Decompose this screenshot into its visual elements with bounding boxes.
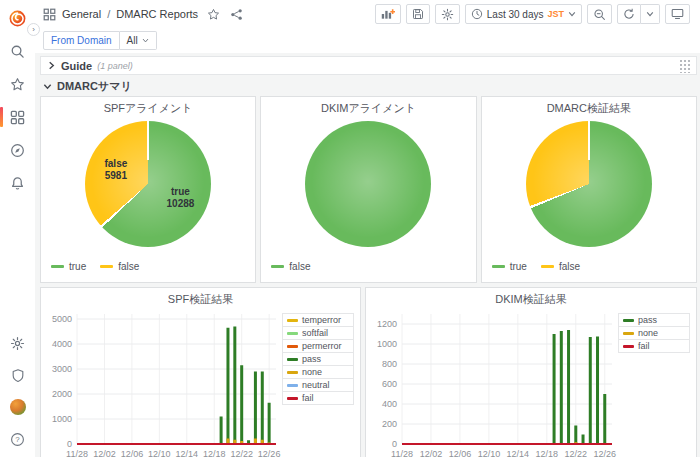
legend-item[interactable]: neutral bbox=[282, 378, 354, 392]
pie-slice-area[interactable] bbox=[526, 121, 652, 247]
legend-item[interactable]: false bbox=[271, 261, 310, 272]
spf-timeseries-chart[interactable]: 01000200030004000500011/2812/0212/0612/1… bbox=[43, 306, 282, 457]
time-range-picker[interactable]: Last 30 days JST bbox=[465, 4, 582, 24]
panel-title[interactable]: SPFアライメント bbox=[41, 97, 255, 115]
help-icon[interactable]: ? bbox=[4, 427, 32, 451]
chevron-right-icon bbox=[47, 61, 56, 70]
svg-text:?: ? bbox=[15, 435, 20, 444]
svg-text:0: 0 bbox=[392, 439, 397, 449]
panel-title[interactable]: DMARC検証結果 bbox=[482, 97, 696, 115]
pie-chart[interactable] bbox=[482, 115, 696, 253]
explore-compass-icon[interactable] bbox=[4, 138, 32, 162]
svg-text:200: 200 bbox=[382, 419, 397, 429]
pie-chart[interactable]: true10288false5981 bbox=[41, 115, 255, 253]
legend-item[interactable]: pass bbox=[282, 352, 354, 366]
pie-legend: false bbox=[261, 253, 475, 272]
svg-text:1200: 1200 bbox=[377, 319, 397, 329]
svg-text:12/14: 12/14 bbox=[507, 449, 530, 457]
chevron-down-icon bbox=[568, 10, 576, 18]
row-dmarc-summary[interactable]: DMARCサマリ bbox=[40, 77, 697, 95]
refresh-button[interactable] bbox=[617, 4, 641, 24]
dashboard-navbar: General / DMARC Reports bbox=[35, 0, 700, 28]
cycle-view-mode-button[interactable] bbox=[665, 4, 690, 24]
row-guide[interactable]: Guide (1 panel) bbox=[40, 56, 697, 75]
refresh-interval-dropdown[interactable] bbox=[641, 4, 660, 24]
panel-dkim-result: DKIM検証結果 02004006008001000120011/2812/02… bbox=[365, 287, 697, 457]
svg-text:11/28: 11/28 bbox=[66, 449, 88, 457]
zoom-out-time-button[interactable] bbox=[587, 4, 612, 24]
panel-dmarc-result: DMARC検証結果 truefalse bbox=[481, 96, 697, 283]
alerting-bell-icon[interactable] bbox=[4, 171, 32, 195]
user-avatar[interactable] bbox=[4, 395, 32, 419]
legend-item[interactable]: none bbox=[282, 365, 354, 379]
dashboard-title[interactable]: DMARC Reports bbox=[116, 8, 198, 20]
configuration-gear-icon[interactable] bbox=[4, 331, 32, 355]
pie-chart[interactable] bbox=[261, 115, 475, 253]
pie-slice-label: true10288 bbox=[167, 186, 195, 210]
pie-slice-label: false5981 bbox=[104, 158, 127, 182]
svg-text:5000: 5000 bbox=[52, 314, 72, 324]
legend-item[interactable]: fail bbox=[618, 339, 690, 353]
time-range-label: Last 30 days bbox=[487, 9, 544, 20]
search-icon[interactable] bbox=[4, 39, 32, 63]
variable-value-dropdown[interactable]: All bbox=[120, 31, 157, 50]
graph-panels-row: SPF検証結果 01000200030004000500011/2812/021… bbox=[40, 287, 697, 457]
pie-panels-row: SPFアライメント true10288false5981 truefalse D… bbox=[40, 96, 697, 283]
legend-item[interactable]: pass bbox=[618, 313, 690, 327]
legend-item[interactable]: false bbox=[541, 261, 580, 272]
panel-title[interactable]: DKIMアライメント bbox=[261, 97, 475, 115]
svg-text:12/02: 12/02 bbox=[420, 449, 443, 457]
svg-text:11/28: 11/28 bbox=[391, 449, 413, 457]
panel-spf-alignment: SPFアライメント true10288false5981 truefalse bbox=[40, 96, 256, 283]
legend-item[interactable]: true bbox=[51, 261, 86, 272]
dkim-timeseries-chart[interactable]: 02004006008001000120011/2812/0212/0612/1… bbox=[368, 306, 618, 457]
starred-icon[interactable] bbox=[4, 72, 32, 96]
favorite-star-icon[interactable] bbox=[207, 8, 220, 21]
clock-icon bbox=[471, 8, 483, 20]
svg-text:12/18: 12/18 bbox=[203, 449, 226, 457]
svg-text:12/14: 12/14 bbox=[176, 449, 199, 457]
legend-item[interactable]: fail bbox=[282, 391, 354, 405]
sidebar-item-dashboards[interactable] bbox=[4, 105, 32, 129]
pie-slice-area[interactable] bbox=[305, 121, 431, 247]
panel-dkim-alignment: DKIMアライメント false bbox=[260, 96, 476, 283]
grafana-app: ? › General / DMARC Reports bbox=[0, 0, 700, 457]
svg-text:12/22: 12/22 bbox=[565, 449, 588, 457]
main-area: General / DMARC Reports bbox=[35, 0, 700, 457]
variable-label[interactable]: From Domain bbox=[43, 31, 120, 50]
legend-item[interactable]: true bbox=[492, 261, 527, 272]
breadcrumb: General / DMARC Reports bbox=[43, 8, 243, 21]
sidebar-expand-chevron[interactable]: › bbox=[27, 23, 40, 36]
breadcrumb-section[interactable]: General bbox=[62, 8, 101, 20]
svg-text:2000: 2000 bbox=[52, 389, 72, 399]
apps-grid-icon bbox=[43, 8, 56, 21]
legend-item[interactable]: softfail bbox=[282, 326, 354, 340]
add-panel-button[interactable] bbox=[375, 4, 401, 24]
navbar-actions: Last 30 days JST bbox=[375, 4, 690, 24]
panel-title[interactable]: SPF検証結果 bbox=[41, 288, 360, 306]
dashboard-settings-button[interactable] bbox=[435, 4, 460, 24]
dashboard-grid: Guide (1 panel) DMARCサマリ SPFアライメント true1… bbox=[35, 53, 700, 457]
svg-text:12/18: 12/18 bbox=[536, 449, 559, 457]
svg-text:1000: 1000 bbox=[52, 414, 72, 424]
svg-text:3000: 3000 bbox=[52, 364, 72, 374]
svg-text:12/26: 12/26 bbox=[593, 449, 616, 457]
legend-item[interactable]: temperror bbox=[282, 313, 354, 327]
legend-item[interactable]: false bbox=[100, 261, 139, 272]
svg-text:12/10: 12/10 bbox=[148, 449, 171, 457]
svg-text:400: 400 bbox=[382, 399, 397, 409]
legend-item[interactable]: none bbox=[618, 326, 690, 340]
server-admin-shield-icon[interactable] bbox=[4, 363, 32, 387]
svg-text:12/06: 12/06 bbox=[449, 449, 472, 457]
pie-slice-area[interactable] bbox=[85, 121, 211, 247]
breadcrumb-separator: / bbox=[107, 8, 110, 20]
variable-value: All bbox=[127, 35, 138, 46]
save-dashboard-button[interactable] bbox=[406, 4, 430, 24]
share-icon[interactable] bbox=[230, 8, 243, 21]
pie-legend: truefalse bbox=[41, 253, 255, 272]
variables-bar: From Domain All bbox=[35, 28, 700, 53]
legend-item[interactable]: permerror bbox=[282, 339, 354, 353]
panel-title[interactable]: DKIM検証結果 bbox=[366, 288, 696, 306]
row-drag-handle[interactable] bbox=[679, 59, 690, 73]
svg-text:12/06: 12/06 bbox=[121, 449, 144, 457]
